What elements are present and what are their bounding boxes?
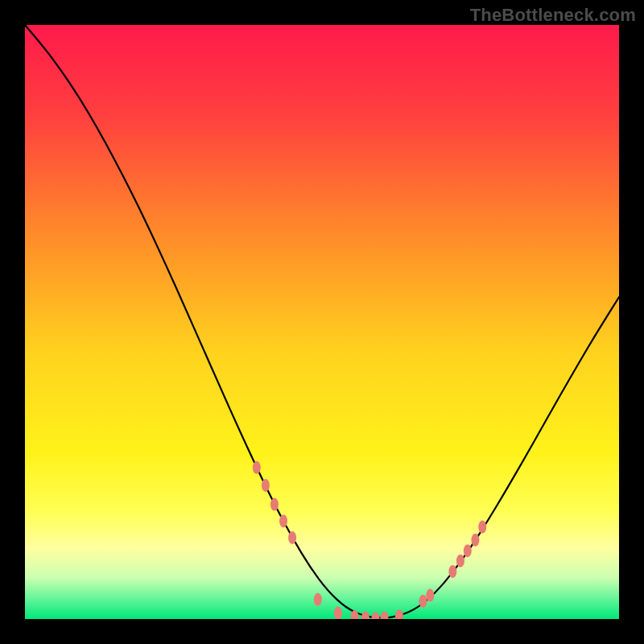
attribution-text: TheBottleneck.com — [470, 5, 636, 26]
curve-marker — [288, 531, 296, 544]
curve-marker — [426, 588, 434, 601]
curve-marker — [279, 514, 287, 527]
curve-marker — [334, 607, 342, 619]
curve-marker — [262, 479, 270, 492]
curve-marker — [471, 534, 479, 547]
curve-marker — [253, 461, 261, 474]
curve-marker — [270, 498, 279, 511]
curve-marker — [448, 565, 456, 578]
chart-frame: TheBottleneck.com — [0, 0, 644, 644]
curve-marker — [478, 521, 486, 534]
curve-marker — [419, 595, 427, 608]
curve-marker — [456, 555, 464, 568]
plot-background — [25, 25, 619, 619]
curve-marker — [314, 593, 322, 606]
curve-marker — [464, 544, 472, 557]
bottleneck-chart — [25, 25, 619, 619]
